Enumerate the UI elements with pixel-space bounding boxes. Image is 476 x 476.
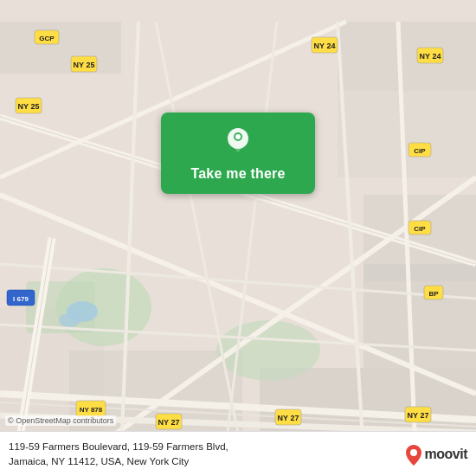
svg-text:NY 27: NY 27 — [408, 411, 429, 420]
address-line1: 119-59 Farmers Boulevard, 119-59 Farmers… — [9, 441, 228, 452]
svg-text:NY 25: NY 25 — [74, 61, 95, 69]
map-background: NY 25 NY 25 NY 24 NY 24 CIP CIP BP I 679… — [0, 0, 476, 476]
osm-attribution: © OpenStreetMap contributors — [5, 415, 116, 426]
svg-text:NY 24: NY 24 — [420, 52, 441, 61]
take-me-there-button[interactable]: Take me there — [161, 113, 315, 194]
svg-text:I 679: I 679 — [13, 295, 29, 303]
svg-text:CIP: CIP — [414, 147, 426, 155]
svg-text:BP: BP — [428, 290, 439, 298]
svg-point-60 — [410, 449, 417, 456]
svg-text:NY 27: NY 27 — [278, 414, 299, 422]
location-pin-icon — [226, 128, 250, 161]
map-container: NY 25 NY 25 NY 24 NY 24 CIP CIP BP I 679… — [0, 0, 476, 476]
svg-text:NY 25: NY 25 — [18, 102, 40, 111]
moovit-logo: moovit — [406, 445, 467, 464]
svg-text:CIP: CIP — [414, 225, 426, 233]
moovit-wordmark: moovit — [425, 447, 467, 462]
moovit-pin-icon — [406, 445, 421, 464]
svg-text:NY 24: NY 24 — [314, 42, 336, 50]
svg-point-59 — [235, 134, 241, 139]
svg-rect-3 — [338, 74, 476, 177]
address-line2: Jamaica, NY 11412, USA, New York City — [9, 456, 189, 466]
svg-text:GCP: GCP — [39, 35, 55, 42]
svg-point-13 — [59, 313, 80, 327]
svg-text:NY 27: NY 27 — [158, 418, 180, 427]
take-me-there-label: Take me there — [190, 166, 285, 182]
bottom-bar: 119-59 Farmers Boulevard, 119-59 Farmers… — [0, 431, 476, 476]
svg-text:NY 878: NY 878 — [80, 406, 103, 414]
svg-rect-1 — [0, 22, 121, 74]
address-text: 119-59 Farmers Boulevard, 119-59 Farmers… — [9, 440, 397, 467]
